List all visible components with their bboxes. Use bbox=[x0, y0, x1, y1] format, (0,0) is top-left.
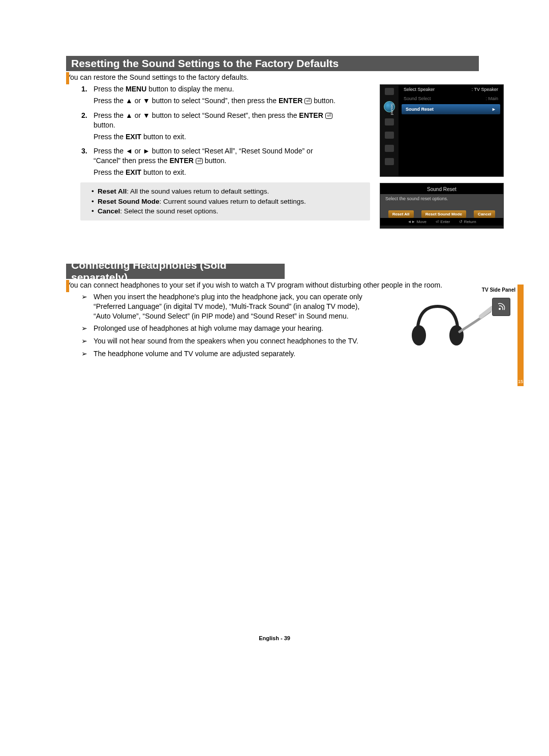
osd-dialog-subtitle: Select the sound reset options. bbox=[380, 194, 503, 208]
arrow-item-4: ➢The headphone volume and TV volume are … bbox=[81, 349, 366, 359]
step-1-num: 1. bbox=[81, 84, 94, 108]
section-heading-1: Resetting the Sound Settings to the Fact… bbox=[66, 56, 518, 71]
note-3: •Cancel: Select the sound reset options. bbox=[92, 206, 364, 216]
svg-point-1 bbox=[449, 325, 464, 345]
osd-sidebar-icon bbox=[385, 132, 394, 139]
step-3: 3. Press the ◄ or ► button to select “Re… bbox=[81, 146, 341, 179]
osd-sidebar-icon bbox=[385, 88, 394, 95]
enter-icon: ⏎ bbox=[196, 158, 203, 164]
note-2: •Reset Sound Mode: Current sound values … bbox=[92, 197, 364, 207]
step-1-line1: Press the MENU button to display the men… bbox=[94, 84, 341, 94]
step-1: 1. Press the MENU button to display the … bbox=[81, 84, 341, 108]
osd-sidebar bbox=[380, 85, 399, 176]
step-3-line1: Press the ◄ or ► button to select “Reset… bbox=[94, 146, 341, 166]
step-2: 2. Press the ▲ or ▼ button to select “So… bbox=[81, 111, 341, 144]
osd-sidebar-label: Sound bbox=[390, 103, 394, 115]
osd-sidebar-icon bbox=[385, 118, 394, 125]
headphone-figure bbox=[400, 294, 510, 350]
enter-icon: ⏎ bbox=[325, 113, 332, 119]
osd-sidebar-icon bbox=[385, 158, 394, 165]
step-3-line2: Press the EXIT button to exit. bbox=[94, 168, 341, 177]
section1-intro: You can restore the Sound settings to th… bbox=[66, 73, 518, 81]
step-3-num: 3. bbox=[81, 146, 94, 179]
arrow-item-2: ➢Prolonged use of headphones at high vol… bbox=[81, 324, 366, 333]
page-footer: English - 39 bbox=[0, 635, 549, 641]
steps-list: 1. Press the MENU button to display the … bbox=[81, 84, 341, 179]
step-1-line2: Press the ▲ or ▼ button to select “Sound… bbox=[94, 96, 341, 106]
section-heading-2: Connecting Headphones (Sold separately) bbox=[66, 264, 518, 279]
arrow-list: ➢When you insert the headphone's plug in… bbox=[81, 292, 366, 359]
osd-dialog-footer: ◄► Move⏎ Enter↺ Return bbox=[380, 218, 503, 226]
svg-point-0 bbox=[412, 325, 426, 345]
note-box: •Reset All: All the sound values return … bbox=[80, 182, 370, 220]
strip-number: 15 bbox=[518, 379, 523, 384]
osd-row-select-speaker: Select Speaker: TV Speaker bbox=[399, 85, 503, 94]
osd-sidebar-icon bbox=[385, 145, 394, 152]
heading-accent-1 bbox=[66, 72, 69, 84]
note-1: •Reset All: All the sound values return … bbox=[92, 186, 364, 197]
osd-dialog-screenshot: Sound Reset Select the sound reset optio… bbox=[380, 183, 504, 229]
svg-point-2 bbox=[499, 308, 501, 310]
arrow-item-1: ➢When you insert the headphone's plug in… bbox=[81, 292, 366, 321]
headphone-jack-icon bbox=[492, 298, 510, 316]
osd-dialog-title: Sound Reset bbox=[380, 183, 503, 194]
step-2-line1: Press the ▲ or ▼ button to select “Sound… bbox=[94, 111, 341, 130]
heading-text-1: Resetting the Sound Settings to the Fact… bbox=[66, 56, 479, 71]
osd-btn-reset-all: Reset All bbox=[388, 210, 414, 218]
step-2-line2: Press the EXIT button to exit. bbox=[94, 132, 341, 142]
osd-row-sound-reset-highlighted: Sound Reset► bbox=[402, 104, 500, 114]
heading-text-2: Connecting Headphones (Sold separately) bbox=[66, 264, 285, 279]
tv-side-panel-label: TV Side Panel bbox=[482, 287, 515, 293]
arrow-item-3: ➢You will not hear sound from the speake… bbox=[81, 336, 366, 346]
page-side-strip: 15 bbox=[517, 285, 524, 386]
osd-menu-screenshot: Sound Select Speaker: TV Speaker Sound S… bbox=[380, 84, 504, 177]
osd-btn-reset-sound-mode: Reset Sound Mode bbox=[421, 210, 466, 218]
step-2-num: 2. bbox=[81, 111, 94, 144]
enter-icon: ⏎ bbox=[304, 98, 312, 104]
osd-btn-cancel: Cancel bbox=[474, 210, 495, 218]
osd-row-sound-select: Sound Select: Main bbox=[399, 94, 503, 103]
heading-accent-2 bbox=[66, 280, 69, 292]
